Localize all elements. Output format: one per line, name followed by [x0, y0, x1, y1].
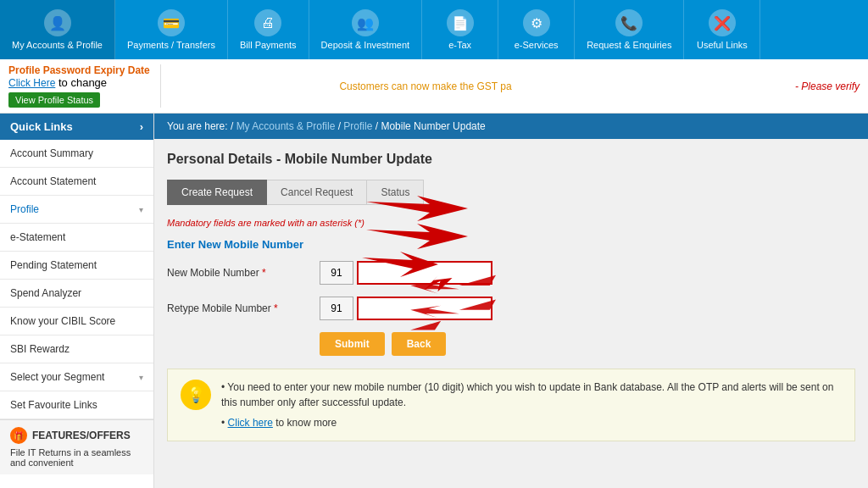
sidebar-item-set-fav[interactable]: Set Favourite Links [0, 391, 153, 419]
request-icon: 📞 [615, 9, 643, 36]
nav-useful[interactable]: ❌ Useful Links [684, 0, 760, 59]
breadcrumb: You are here: / My Accounts & Profile / … [154, 114, 868, 139]
top-navigation: 👤 My Accounts & Profile 💳 Payments / Tra… [0, 0, 868, 59]
new-mobile-input[interactable] [357, 261, 492, 285]
click-here-more-link[interactable]: Click here [228, 417, 273, 429]
sidebar-item-profile[interactable]: Profile ▾ [0, 196, 153, 224]
click-here-link[interactable]: Click Here [8, 77, 55, 89]
sidebar-item-select-segment[interactable]: Select your Segment ▾ [0, 363, 153, 391]
nav-eservices[interactable]: ⚙ e-Services [498, 0, 575, 59]
tab-status[interactable]: Status [367, 180, 424, 205]
main-layout: Quick Links › Account Summary Account St… [0, 114, 868, 488]
retype-mobile-row: Retype Mobile Number * [167, 297, 492, 320]
chevron-right-icon: › [140, 120, 143, 133]
nav-payments[interactable]: 💳 Payments / Transfers [115, 0, 228, 59]
deposit-icon: 👥 [352, 9, 379, 36]
notif-center-text: Customers can now make the GST pa [170, 80, 682, 92]
info-text: • You need to enter your new mobile numb… [221, 380, 842, 430]
view-profile-status-button[interactable]: View Profile Status [8, 92, 100, 108]
notif-right: - Please verify [690, 80, 860, 92]
notif-title: Profile Password Expiry Date [8, 64, 152, 76]
breadcrumb-current: Mobile Number Update [381, 120, 485, 132]
breadcrumb-my-accounts[interactable]: My Accounts & Profile [236, 120, 336, 132]
sidebar: Quick Links › Account Summary Account St… [0, 114, 154, 488]
mandatory-note: Mandatory fields are marked with an aste… [167, 218, 855, 228]
nav-etax[interactable]: 📄 e-Tax [422, 0, 498, 59]
nav-bill-payments[interactable]: 🖨 Bill Payments [228, 0, 309, 59]
new-mobile-label: New Mobile Number * [167, 267, 320, 279]
back-button[interactable]: Back [392, 332, 447, 356]
eservices-icon: ⚙ [523, 9, 550, 36]
nav-deposit[interactable]: 👥 Deposit & Investment [309, 0, 423, 59]
sidebar-item-account-statement[interactable]: Account Statement [0, 168, 153, 196]
payments-icon: 💳 [158, 9, 185, 36]
new-mobile-country-code[interactable] [320, 261, 353, 285]
verify-text: - Please verify [795, 80, 860, 92]
sidebar-item-pending-statement[interactable]: Pending Statement [0, 252, 153, 280]
retype-mobile-label: Retype Mobile Number * [167, 302, 320, 314]
breadcrumb-profile[interactable]: Profile [343, 120, 372, 132]
info-box: 💡 • You need to enter your new mobile nu… [167, 369, 855, 441]
nav-request[interactable]: 📞 Request & Enquiries [575, 0, 684, 59]
chevron-down-icon: ▾ [139, 205, 143, 214]
chevron-right-icon: ▾ [139, 373, 143, 382]
nav-my-accounts[interactable]: 👤 My Accounts & Profile [0, 0, 115, 59]
sidebar-item-cibil[interactable]: Know your CIBIL Score [0, 308, 153, 336]
page-title: Personal Details - Mobile Number Update [167, 152, 855, 167]
retype-mobile-country-code[interactable] [320, 297, 353, 320]
bill-payments-icon: 🖨 [254, 9, 281, 36]
form-buttons: Submit Back [320, 332, 492, 356]
info-lightbulb-icon: 💡 [181, 380, 211, 410]
features-text: File IT Returns in a seamless and conven… [10, 447, 143, 468]
content-inner: Personal Details - Mobile Number Update … [154, 139, 868, 454]
features-section: 🎁 FEATURES/OFFERS File IT Returns in a s… [0, 419, 153, 474]
tab-create-request[interactable]: Create Request [167, 180, 267, 205]
my-accounts-icon: 👤 [44, 9, 71, 36]
notif-change-link: Click Here to change [8, 76, 152, 89]
sidebar-item-eStatement[interactable]: e-Statement [0, 224, 153, 252]
tabs-container: Create Request Cancel Request Status [167, 180, 855, 205]
new-mobile-row: New Mobile Number * [167, 261, 492, 285]
tab-cancel-request[interactable]: Cancel Request [267, 180, 367, 205]
submit-button[interactable]: Submit [320, 332, 385, 356]
sidebar-item-account-summary[interactable]: Account Summary [0, 140, 153, 168]
etax-icon: 📄 [447, 9, 474, 36]
sidebar-item-spend-analyzer[interactable]: Spend Analyzer [0, 280, 153, 308]
useful-icon: ❌ [709, 9, 736, 36]
notif-left: Profile Password Expiry Date Click Here … [8, 64, 161, 108]
sidebar-header: Quick Links › [0, 114, 153, 140]
features-icon: 🎁 [10, 427, 27, 444]
sidebar-item-sbi-rewardz[interactable]: SBI Rewardz [0, 336, 153, 363]
notification-bar: Profile Password Expiry Date Click Here … [0, 59, 868, 114]
info-bullet-2: • [221, 417, 228, 429]
section-title: Enter New Mobile Number [167, 238, 855, 251]
main-content: You are here: / My Accounts & Profile / … [154, 114, 868, 488]
features-header: 🎁 FEATURES/OFFERS [10, 427, 143, 444]
retype-mobile-input[interactable] [357, 297, 492, 320]
